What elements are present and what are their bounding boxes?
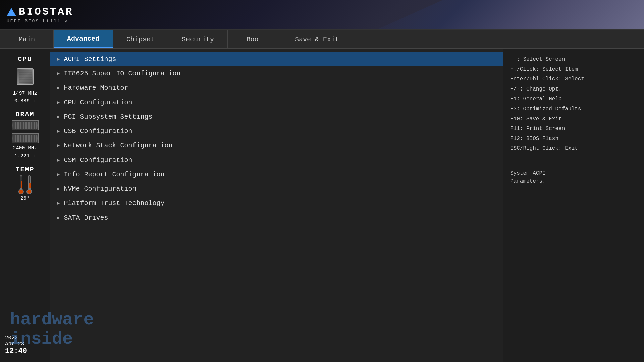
- dram-volt: 1.221 +: [14, 153, 36, 159]
- menu-arrow-icon: ►: [57, 186, 60, 192]
- tab-security[interactable]: Security: [168, 30, 228, 48]
- tab-advanced[interactable]: Advanced: [54, 30, 113, 48]
- help-line: ↑↓/Click: Select Item: [510, 65, 637, 74]
- menu-item[interactable]: ►Info Report Configuration: [50, 167, 503, 182]
- menu-arrow-icon: ►: [57, 158, 60, 163]
- menu-item-label: NVMe Configuration: [64, 185, 136, 193]
- help-line: Enter/Dbl Click: Select: [510, 75, 637, 84]
- menu-item-label: Network Stack Configuration: [64, 142, 172, 149]
- menu-arrow-icon: ►: [57, 172, 60, 177]
- date-day: Apr 23: [5, 341, 24, 347]
- menu-item[interactable]: ►SATA Drives: [50, 210, 503, 225]
- cpu-chip-graphic: [17, 68, 34, 85]
- menu-item[interactable]: ►NVMe Configuration: [50, 182, 503, 196]
- logo-brand: BIOSTAR: [7, 6, 73, 18]
- thermometer-icon-2: [26, 175, 32, 194]
- help-line: F11: Print Screen: [510, 125, 637, 133]
- cpu-volt: 0.889 +: [14, 98, 36, 104]
- menu-item[interactable]: ►Hardware Monitor: [50, 81, 503, 95]
- menu-item[interactable]: ►Platform Trust Technology: [50, 196, 503, 210]
- date-year: 2022: [5, 335, 18, 341]
- dram-freq: 2400 MHz: [13, 145, 37, 151]
- help-line: F10: Save & Exit: [510, 115, 637, 124]
- menu-item-label: SATA Drives: [64, 214, 108, 222]
- menu-arrow-icon: ►: [57, 71, 60, 76]
- thermometer-icon: [18, 175, 24, 194]
- header: BIOSTAR UEFI BIOS Utility: [0, 0, 644, 30]
- menu-arrow-icon: ►: [57, 215, 60, 221]
- cpu-label: CPU: [18, 55, 32, 63]
- menu-item-label: Platform Trust Technology: [64, 199, 164, 207]
- help-line: +/-: Change Opt.: [510, 85, 637, 94]
- menu-item-label: PCI Subsystem Settings: [64, 113, 152, 121]
- menu-item[interactable]: ►USB Configuration: [50, 124, 503, 138]
- menu-arrow-icon: ►: [57, 85, 60, 91]
- menu-arrow-icon: ►: [57, 114, 60, 120]
- menu-arrow-icon: ►: [57, 129, 60, 134]
- menu-item-label: USB Configuration: [64, 127, 132, 135]
- menu-arrow-icon: ►: [57, 57, 60, 62]
- help-panel: ++: Select Screen↑↓/Click: Select ItemEn…: [503, 49, 644, 362]
- menu-item-label: IT8625 Super IO Configuration: [64, 70, 180, 77]
- tab-main[interactable]: Main: [0, 30, 54, 48]
- help-description: System ACPI Parameters.: [510, 169, 637, 185]
- dram-icon-2: [12, 133, 39, 143]
- temp-value: 26°: [20, 196, 30, 201]
- menu-arrow-icon: ►: [57, 201, 60, 206]
- menu-item-label: CPU Configuration: [64, 99, 132, 106]
- sidebar: CPU 1497 MHz 0.889 + DRAM 2400 MHz 1.221…: [0, 49, 50, 362]
- help-line: F1: General Help: [510, 95, 637, 104]
- menu-panel: ►ACPI Settings►IT8625 Super IO Configura…: [50, 49, 503, 362]
- menu-item[interactable]: ►CPU Configuration: [50, 95, 503, 110]
- nav-tabs: Main Advanced Chipset Security Boot Save…: [0, 30, 644, 49]
- menu-item[interactable]: ►ACPI Settings: [50, 52, 503, 66]
- dram-label: DRAM: [15, 111, 34, 118]
- tab-save-exit[interactable]: Save & Exit: [281, 30, 353, 48]
- temp-section: TEMP 26°: [3, 166, 47, 201]
- menu-item-label: Hardware Monitor: [64, 84, 128, 92]
- tab-boot[interactable]: Boot: [228, 30, 281, 48]
- menu-item-label: ACPI Settings: [64, 55, 116, 63]
- menu-item[interactable]: ►IT8625 Super IO Configuration: [50, 66, 503, 81]
- time-display: 12:40: [5, 347, 27, 355]
- help-line: ESC/Right Click: Exit: [510, 144, 637, 153]
- help-line: ++: Select Screen: [510, 55, 637, 64]
- dram-section: DRAM 2400 MHz 1.221 +: [3, 111, 47, 159]
- dram-icon: [12, 120, 39, 130]
- logo-triangle-icon: [7, 8, 16, 16]
- tab-chipset[interactable]: Chipset: [113, 30, 168, 48]
- logo-area: BIOSTAR UEFI BIOS Utility: [7, 6, 73, 24]
- menu-item-label: CSM Configuration: [64, 156, 132, 164]
- cpu-section: CPU 1497 MHz 0.889 +: [3, 55, 47, 104]
- datetime-area: 2022 Apr 23 12:40: [3, 335, 47, 355]
- menu-item[interactable]: ►Network Stack Configuration: [50, 138, 503, 153]
- menu-item[interactable]: ►PCI Subsystem Settings: [50, 110, 503, 124]
- menu-item-label: Info Report Configuration: [64, 171, 164, 178]
- temp-label: TEMP: [15, 166, 34, 173]
- menu-item[interactable]: ►CSM Configuration: [50, 153, 503, 167]
- cpu-freq: 1497 MHz: [13, 90, 37, 96]
- help-line: F12: BIOS Flash: [510, 135, 637, 143]
- menu-arrow-icon: ►: [57, 143, 60, 148]
- temp-icon: [18, 175, 32, 194]
- menu-arrow-icon: ►: [57, 100, 60, 105]
- main-content: CPU 1497 MHz 0.889 + DRAM 2400 MHz 1.221…: [0, 49, 644, 362]
- cpu-icon: [13, 65, 37, 88]
- help-line: F3: Optimized Defaults: [510, 105, 637, 114]
- logo-subtitle: UEFI BIOS Utility: [7, 19, 73, 24]
